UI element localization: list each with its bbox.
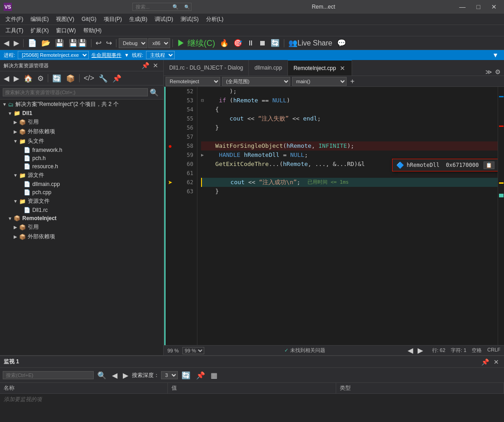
- save-all-button[interactable]: 💾💾: [67, 37, 89, 49]
- se-home-button[interactable]: 🏠: [22, 72, 35, 84]
- se-forward-button[interactable]: ▶: [12, 72, 21, 84]
- debug-config-dropdown[interactable]: Debug: [119, 38, 147, 48]
- minimize-button[interactable]: —: [456, 0, 469, 14]
- menu-project[interactable]: 项目(P): [100, 14, 126, 25]
- debug-target-button[interactable]: 🎯: [232, 37, 244, 49]
- tab-dllmain[interactable]: dllmain.cpp: [249, 60, 288, 75]
- tree-item-ext1[interactable]: ▶ 📦 外部依赖项: [0, 127, 163, 136]
- pin-panel-button[interactable]: 📌: [140, 62, 151, 69]
- tree-item-ref1[interactable]: ▶ 📦 引用: [0, 117, 163, 127]
- menu-tools[interactable]: 工具(T): [2, 25, 27, 36]
- context-selector[interactable]: (全局范围): [222, 77, 290, 86]
- ext1-arrow[interactable]: ▶: [13, 129, 18, 134]
- watch-pin-button[interactable]: 📌: [480, 358, 490, 366]
- tree-item-dll1[interactable]: ▼ 📁 Dll1: [0, 109, 163, 117]
- watch-back-button[interactable]: ◀: [110, 369, 119, 381]
- tree-item-remoteinject[interactable]: ▼ 📦 RemoteInject: [0, 214, 163, 222]
- add-bookmark-button[interactable]: +: [348, 75, 356, 87]
- se-code-view-button[interactable]: </>: [82, 72, 96, 84]
- menu-file[interactable]: 文件(F): [2, 14, 27, 25]
- hot-reload-button[interactable]: 🔥: [218, 37, 231, 49]
- se-refresh-button[interactable]: 🔄: [50, 72, 63, 84]
- menu-help[interactable]: 帮助(H): [80, 25, 106, 36]
- tree-item-sources[interactable]: ▼ 📁 源文件: [0, 171, 163, 180]
- watch-add-row[interactable]: 添加要监视的项: [0, 394, 504, 405]
- watch-forward-button[interactable]: ▶: [121, 369, 130, 381]
- scope-selector[interactable]: RemoteInject: [166, 77, 220, 86]
- filter-threads-button[interactable]: ▼: [490, 49, 500, 61]
- tree-item-ref2[interactable]: ▶ 📦 引用: [0, 222, 163, 232]
- close-panel-button[interactable]: ✕: [151, 62, 160, 69]
- menu-debug[interactable]: 调试(D): [151, 14, 177, 25]
- nav-forward-button[interactable]: ▶: [12, 37, 21, 49]
- watch-depth-select[interactable]: 3: [161, 371, 178, 379]
- code-editor[interactable]: ); ⊟ if ( hRemote == NULL ) {: [197, 87, 498, 345]
- se-search-button[interactable]: 🔍: [148, 86, 161, 98]
- stop-button[interactable]: ⏹: [257, 37, 268, 49]
- watch-search-button[interactable]: 🔍: [96, 369, 108, 381]
- se-back-button[interactable]: ◀: [2, 72, 11, 84]
- menu-analyze[interactable]: 分析(L): [202, 14, 227, 25]
- tab-overflow-button[interactable]: ≫: [484, 68, 494, 75]
- process-selector[interactable]: [25068] RemoteInject.exe: [18, 51, 89, 59]
- new-file-button[interactable]: 📄: [26, 37, 39, 49]
- remoteinject-arrow[interactable]: ▼: [7, 216, 13, 221]
- scroll-left-button[interactable]: ◀: [406, 345, 415, 356]
- se-properties-button[interactable]: ⚙: [35, 72, 45, 84]
- watch-refresh-button[interactable]: 🔄: [180, 369, 192, 381]
- se-collapse-button[interactable]: 📦: [64, 72, 77, 84]
- menu-view[interactable]: 视图(V): [52, 14, 78, 25]
- ref1-arrow[interactable]: ▶: [13, 120, 18, 125]
- tree-item-ext2[interactable]: ▶ 📦 外部依赖项: [0, 232, 163, 241]
- feedback-button[interactable]: 💬: [335, 37, 348, 49]
- tree-item-framework-h[interactable]: 📄 framework.h: [0, 146, 163, 154]
- scroll-right-button[interactable]: ▶: [416, 345, 425, 356]
- tree-item-dllmain[interactable]: 📄 dllmain.cpp: [0, 180, 163, 188]
- tree-item-headers[interactable]: ▼ 📁 头文件: [0, 136, 163, 146]
- menu-test[interactable]: 测试(S): [177, 14, 202, 25]
- solution-root[interactable]: ▼ 🗂 解决方案"RemoteInject"(2 个项目，共 2 个: [0, 100, 163, 109]
- liveshare-button[interactable]: 👥 Live Share: [287, 37, 334, 49]
- title-search-input[interactable]: [132, 3, 192, 11]
- watch-close-button[interactable]: ✕: [492, 358, 500, 366]
- tree-item-pch-h[interactable]: 📄 pch.h: [0, 154, 163, 162]
- maximize-button[interactable]: □: [473, 0, 484, 14]
- se-search-input[interactable]: [3, 88, 148, 96]
- open-button[interactable]: 📂: [40, 37, 52, 49]
- lifecycle-button[interactable]: 生命周期事件: [91, 52, 121, 59]
- zoom-selector[interactable]: 99 %: [182, 347, 204, 354]
- tab-remoteinject[interactable]: RemoteInject.cpp ✕: [288, 60, 352, 75]
- tab-dll1rc[interactable]: Dll1.rc - DLG_INJECT - Dialog: [164, 60, 249, 75]
- pause-button[interactable]: ⏸: [245, 37, 256, 49]
- save-button[interactable]: 💾: [53, 37, 66, 49]
- resources-arrow[interactable]: ▼: [13, 199, 18, 204]
- thread-selector[interactable]: 主线程: [146, 51, 175, 59]
- menu-git[interactable]: Git(G): [78, 15, 100, 24]
- ext2-arrow[interactable]: ▶: [13, 234, 18, 239]
- headers-arrow[interactable]: ▼: [13, 139, 18, 144]
- fold-59[interactable]: ▶: [201, 151, 204, 160]
- menu-build[interactable]: 生成(B): [126, 14, 151, 25]
- menu-window[interactable]: 窗口(W): [52, 25, 79, 36]
- tree-item-pch-cpp[interactable]: 📄 pch.cpp: [0, 188, 163, 196]
- tooltip-copy-button[interactable]: 📋: [484, 161, 494, 169]
- fold-53[interactable]: ⊟: [201, 96, 204, 105]
- se-settings-button[interactable]: 🔧: [97, 72, 110, 84]
- platform-dropdown[interactable]: x86: [148, 38, 170, 48]
- tree-item-resource-h[interactable]: 📄 resource.h: [0, 162, 163, 171]
- continue-button[interactable]: ▶ 继续(C): [175, 37, 217, 49]
- tree-item-resources[interactable]: ▼ 📁 资源文件: [0, 196, 163, 206]
- restart-button[interactable]: 🔄: [269, 37, 282, 49]
- redo-button[interactable]: ↪: [104, 37, 114, 49]
- se-pin-button[interactable]: 📌: [111, 72, 123, 84]
- watch-pin2-button[interactable]: 📌: [194, 369, 207, 381]
- sources-arrow[interactable]: ▼: [13, 173, 18, 178]
- menu-extensions[interactable]: 扩展(X): [27, 25, 52, 36]
- solution-arrow[interactable]: ▼: [2, 102, 7, 107]
- watch-search-input[interactable]: [3, 371, 94, 379]
- close-button[interactable]: ✕: [488, 0, 500, 14]
- dll1-arrow[interactable]: ▼: [7, 111, 13, 116]
- nav-back-button[interactable]: ◀: [2, 37, 11, 49]
- menu-edit[interactable]: 编辑(E): [27, 14, 52, 25]
- tree-item-dll1rc[interactable]: 📄 Dll1.rc: [0, 206, 163, 214]
